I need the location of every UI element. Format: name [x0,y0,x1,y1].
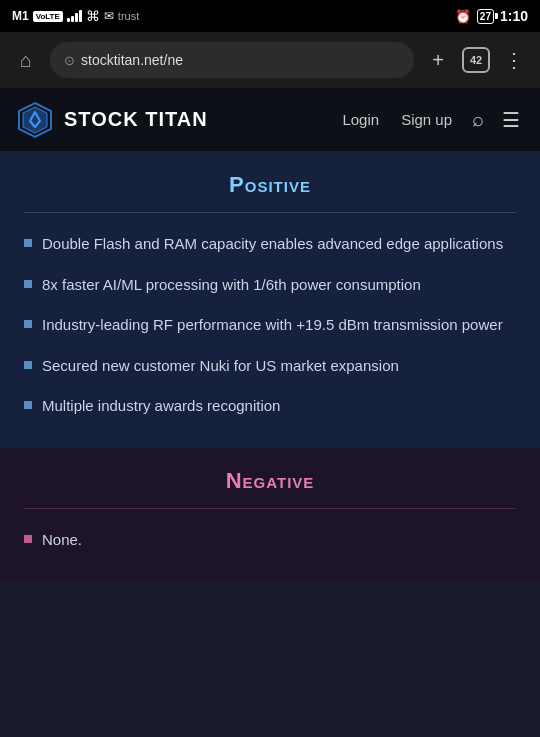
positive-item-5: Multiple industry awards recognition [42,395,280,418]
negative-title: Negative [24,468,516,494]
more-menu-button[interactable]: ⋮ [498,44,530,76]
status-left: M1 VoLTE ⌘ ✉ trust [12,8,139,24]
list-item: Secured new customer Nuki for US market … [24,355,516,378]
negative-section: Negative None. [0,448,540,582]
positive-item-2: 8x faster AI/ML processing with 1/6th po… [42,274,421,297]
browser-toolbar: ⌂ ⊙ stocktitan.net/ne + 42 ⋮ [0,32,540,88]
wifi-icon: ⌘ [86,8,100,24]
bullet-icon [24,239,32,247]
bullet-icon [24,361,32,369]
positive-item-1: Double Flash and RAM capacity enables ad… [42,233,503,256]
volte-badge: VoLTE [33,11,63,22]
tabs-button[interactable]: 42 [462,47,490,73]
battery-box: 27 [477,9,494,24]
alarm-icon: ⏰ [455,9,471,24]
positive-title: Positive [24,172,516,198]
list-item: 8x faster AI/ML processing with 1/6th po… [24,274,516,297]
negative-none-text: None. [42,529,82,552]
site-header: STOCK TITAN Login Sign up ⌕ ☰ [0,88,540,152]
clock: 1:10 [500,8,528,24]
bullet-icon [24,535,32,543]
bullet-icon [24,280,32,288]
hamburger-menu-icon[interactable]: ☰ [498,104,524,136]
signup-link[interactable]: Sign up [395,107,458,132]
bullet-icon [24,401,32,409]
url-text: stocktitan.net/ne [81,52,400,68]
site-logo-text: STOCK TITAN [64,108,326,131]
browser-home-button[interactable]: ⌂ [10,44,42,76]
carrier-name: M1 [12,9,29,23]
message-icon: ✉ [104,9,114,23]
trust-label: trust [118,10,139,22]
plus-icon: + [432,49,444,72]
content-area: Positive Double Flash and RAM capacity e… [0,152,540,581]
positive-divider [24,212,516,213]
positive-item-3: Industry-leading RF performance with +19… [42,314,503,337]
status-bar: M1 VoLTE ⌘ ✉ trust ⏰ 27 1:10 [0,0,540,32]
bullet-icon [24,320,32,328]
status-right: ⏰ 27 1:10 [455,8,528,24]
positive-bullet-list: Double Flash and RAM capacity enables ad… [24,233,516,418]
add-tab-button[interactable]: + [422,44,454,76]
negative-none-row: None. [24,529,516,552]
search-icon[interactable]: ⌕ [468,104,488,135]
battery-indicator: 27 [477,9,494,24]
signal-icon [67,10,82,22]
url-bar[interactable]: ⊙ stocktitan.net/ne [50,42,414,78]
positive-section: Positive Double Flash and RAM capacity e… [0,152,540,448]
login-link[interactable]: Login [336,107,385,132]
battery-level: 27 [480,11,491,22]
list-item: Double Flash and RAM capacity enables ad… [24,233,516,256]
positive-item-4: Secured new customer Nuki for US market … [42,355,399,378]
list-item: Multiple industry awards recognition [24,395,516,418]
ellipsis-icon: ⋮ [504,48,524,72]
home-icon: ⌂ [20,49,32,72]
logo-icon [16,101,54,139]
negative-divider [24,508,516,509]
list-item: Industry-leading RF performance with +19… [24,314,516,337]
site-icon: ⊙ [64,53,75,68]
